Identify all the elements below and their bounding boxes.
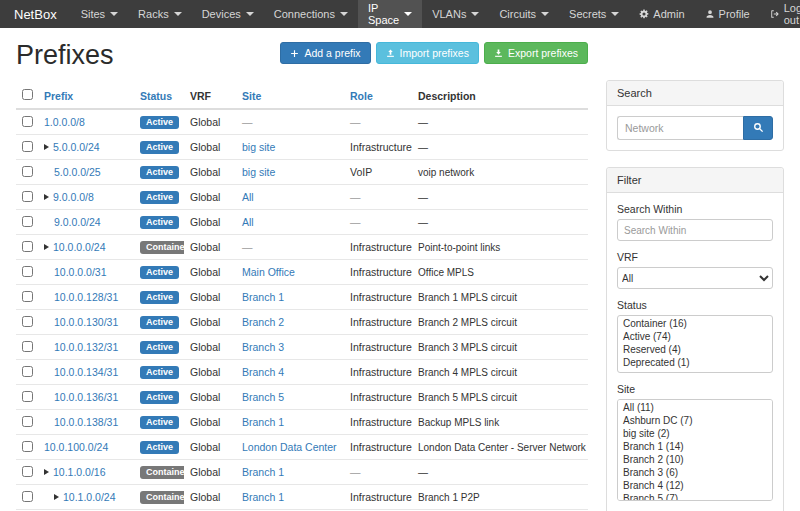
- filter-option[interactable]: All (11): [619, 401, 771, 414]
- nav-item-racks[interactable]: Racks: [128, 0, 192, 28]
- prefix-link[interactable]: 10.0.0.130/31: [54, 316, 118, 328]
- expand-caret-icon[interactable]: [44, 244, 49, 250]
- nav-item-connections[interactable]: Connections: [264, 0, 358, 28]
- row-checkbox[interactable]: [22, 116, 33, 127]
- filter-option[interactable]: Deprecated (1): [619, 356, 771, 369]
- description-cell: Office MPLS: [412, 260, 588, 285]
- prefix-link[interactable]: 10.0.0.128/31: [54, 291, 118, 303]
- nav-item-sites[interactable]: Sites: [71, 0, 128, 28]
- status-badge: Active: [140, 141, 179, 154]
- brand-logo[interactable]: NetBox: [0, 0, 71, 28]
- prefix-link[interactable]: 10.0.0.132/31: [54, 341, 118, 353]
- filter-status-list[interactable]: Container (16)Active (74)Reserved (4)Dep…: [617, 315, 773, 373]
- sort-role-link[interactable]: Role: [350, 90, 373, 102]
- row-checkbox[interactable]: [22, 341, 33, 352]
- nav-item-vlans[interactable]: VLANs: [422, 0, 489, 28]
- row-checkbox[interactable]: [22, 316, 33, 327]
- nav-item-ip-space[interactable]: IP Space: [358, 0, 422, 28]
- prefix-link[interactable]: 5.0.0.0/25: [54, 166, 101, 178]
- utility-admin[interactable]: Admin: [629, 0, 694, 28]
- row-checkbox[interactable]: [22, 141, 33, 152]
- prefix-link[interactable]: 10.1.0.0/16: [53, 466, 106, 478]
- site-link[interactable]: All: [242, 191, 254, 203]
- sort-site-link[interactable]: Site: [242, 90, 261, 102]
- site-link[interactable]: Branch 1: [242, 291, 284, 303]
- utility-profile[interactable]: Profile: [695, 0, 760, 28]
- site-link[interactable]: Branch 2: [242, 316, 284, 328]
- app-window: NetBox SitesRacksDevicesConnectionsIP Sp…: [0, 0, 800, 511]
- site-link[interactable]: Branch 3: [242, 341, 284, 353]
- filter-option[interactable]: Branch 2 (10): [619, 453, 771, 466]
- site-link[interactable]: Main Office: [242, 266, 295, 278]
- site-link[interactable]: Branch 1: [242, 416, 284, 428]
- site-link[interactable]: Branch 4: [242, 366, 284, 378]
- expand-caret-icon[interactable]: [54, 494, 59, 500]
- export-icon: [494, 49, 503, 58]
- sort-status-link[interactable]: Status: [140, 90, 172, 102]
- import-prefixes-button[interactable]: Import prefixes: [376, 42, 479, 64]
- site-link[interactable]: Branch 5: [242, 391, 284, 403]
- prefix-link[interactable]: 1.0.0.0/8: [44, 116, 85, 128]
- export-prefixes-button[interactable]: Export prefixes: [484, 42, 588, 64]
- row-checkbox[interactable]: [22, 466, 33, 477]
- prefix-link[interactable]: 10.0.100.0/24: [44, 441, 108, 453]
- utility-log-out[interactable]: Log out: [760, 0, 800, 28]
- site-link[interactable]: big site: [242, 166, 275, 178]
- prefix-link[interactable]: 10.0.0.138/31: [54, 416, 118, 428]
- vrf-select[interactable]: All: [617, 267, 773, 289]
- row-checkbox[interactable]: [22, 191, 33, 202]
- site-link[interactable]: Branch 1: [242, 491, 284, 503]
- row-checkbox[interactable]: [22, 166, 33, 177]
- nav-item-secrets[interactable]: Secrets: [559, 0, 629, 28]
- filter-option[interactable]: Branch 5 (7): [619, 492, 771, 501]
- filter-option[interactable]: Branch 3 (6): [619, 466, 771, 479]
- filter-site-list[interactable]: All (11)Ashburn DC (7)big site (2)Branch…: [617, 399, 773, 501]
- filter-option[interactable]: Reserved (4): [619, 343, 771, 356]
- expand-caret-icon[interactable]: [44, 469, 49, 475]
- filter-option[interactable]: Ashburn DC (7): [619, 414, 771, 427]
- prefix-link[interactable]: 10.0.0.136/31: [54, 391, 118, 403]
- add-a-prefix-button[interactable]: Add a prefix: [280, 42, 370, 64]
- row-checkbox[interactable]: [22, 491, 33, 502]
- row-checkbox[interactable]: [22, 291, 33, 302]
- prefix-link[interactable]: 10.1.0.0/24: [63, 491, 116, 503]
- search-within-input[interactable]: [617, 219, 773, 241]
- role-cell: Infrastructure: [344, 310, 412, 335]
- filter-option[interactable]: big site (2): [619, 427, 771, 440]
- row-checkbox[interactable]: [22, 391, 33, 402]
- site-cell: Branch 2: [236, 310, 344, 335]
- row-checkbox[interactable]: [22, 266, 33, 277]
- site-link[interactable]: All: [242, 216, 254, 228]
- row-checkbox[interactable]: [22, 366, 33, 377]
- select-all-checkbox[interactable]: [22, 89, 33, 100]
- nav-item-devices[interactable]: Devices: [192, 0, 264, 28]
- site-link[interactable]: London Data Center: [242, 441, 337, 453]
- prefix-link[interactable]: 9.0.0.0/8: [53, 191, 94, 203]
- description-cell: Backup MPLS link: [412, 410, 588, 435]
- site-link[interactable]: Branch 1: [242, 466, 284, 478]
- row-checkbox[interactable]: [22, 441, 33, 452]
- filter-option[interactable]: Container (16): [619, 317, 771, 330]
- prefix-link[interactable]: 10.0.0.134/31: [54, 366, 118, 378]
- expand-caret-icon[interactable]: [44, 144, 49, 150]
- filter-option[interactable]: Branch 1 (14): [619, 440, 771, 453]
- prefix-link[interactable]: 10.0.0.0/31: [54, 266, 107, 278]
- filter-option[interactable]: Branch 4 (12): [619, 479, 771, 492]
- expand-caret-icon[interactable]: [44, 194, 49, 200]
- prefix-cell: 5.0.0.0/25: [38, 160, 134, 185]
- search-submit-button[interactable]: [743, 116, 773, 140]
- row-checkbox[interactable]: [22, 416, 33, 427]
- row-checkbox[interactable]: [22, 216, 33, 227]
- sort-prefix-link[interactable]: Prefix: [44, 90, 73, 102]
- filter-option[interactable]: Active (74): [619, 330, 771, 343]
- prefix-link[interactable]: 5.0.0.0/24: [53, 141, 100, 153]
- prefix-indent-wrap: 10.0.0.136/31: [44, 391, 128, 403]
- search-input[interactable]: [617, 116, 743, 140]
- status-cell: Active: [134, 160, 184, 185]
- prefix-link[interactable]: 10.0.0.0/24: [53, 241, 106, 253]
- row-checkbox[interactable]: [22, 241, 33, 252]
- nav-item-circuits[interactable]: Circuits: [489, 0, 559, 28]
- prefix-link[interactable]: 9.0.0.0/24: [54, 216, 101, 228]
- site-link[interactable]: big site: [242, 141, 275, 153]
- search-panel: Search: [606, 80, 784, 151]
